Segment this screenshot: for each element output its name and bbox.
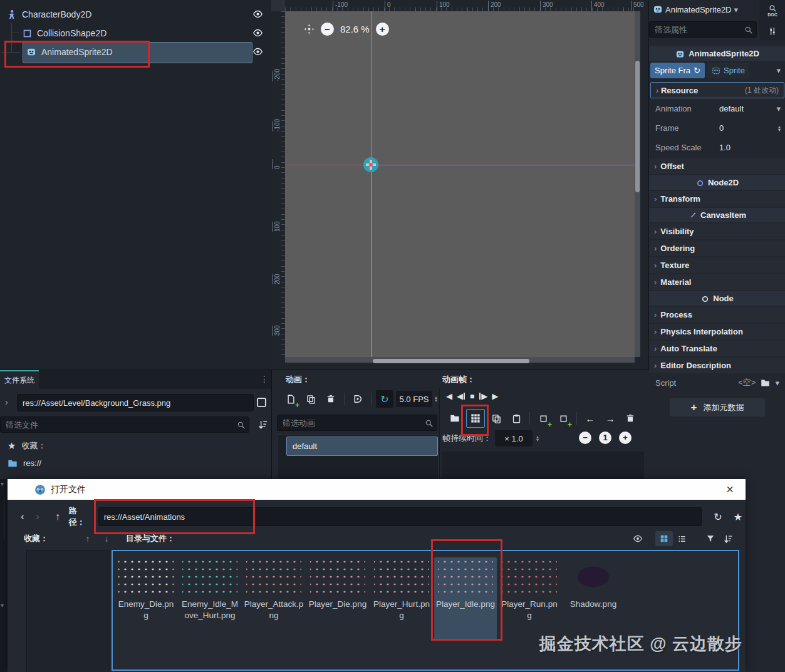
section-texture[interactable]: ›Texture xyxy=(649,257,785,273)
section-process[interactable]: ›Process xyxy=(649,307,785,323)
section-auto-translate[interactable]: ›Auto Translate xyxy=(649,341,785,356)
file-item-selected[interactable]: Player_Idle.png xyxy=(434,557,497,640)
play-from-start-button[interactable]: ▶ xyxy=(479,391,487,401)
folder-icon[interactable] xyxy=(761,378,770,388)
insert-frame-before-icon[interactable]: + xyxy=(534,410,552,427)
duration-spinner-icon[interactable]: ▴▾ xyxy=(536,435,539,442)
dock-options-icon[interactable]: ⋮ xyxy=(260,374,269,384)
file-item[interactable]: Player_Run.png xyxy=(498,557,561,621)
grid-view-icon[interactable] xyxy=(655,531,673,546)
zoom-out-button[interactable]: − xyxy=(321,23,334,36)
sprite-frames-resource-button[interactable]: Sprite Fra ↻ xyxy=(650,63,705,78)
play-button[interactable]: ▶ xyxy=(492,391,498,401)
viewport-horizontal-scrollbar[interactable] xyxy=(285,357,635,363)
tree-row-collisionshape2d[interactable]: CollisionShape2D xyxy=(0,24,271,43)
section-transform[interactable]: ›Transform xyxy=(649,191,785,207)
move-frame-right-icon[interactable]: → xyxy=(601,410,619,427)
file-item[interactable]: Shadow.png xyxy=(562,557,625,610)
add-animation-icon[interactable]: + xyxy=(282,390,299,408)
chevron-down-icon[interactable]: ▾ xyxy=(776,104,781,113)
visibility-eye-icon[interactable] xyxy=(252,28,263,38)
nav-back-icon[interactable]: ‹ xyxy=(15,511,30,522)
paste-frame-icon[interactable] xyxy=(507,410,525,427)
refresh-icon[interactable]: ↻ xyxy=(710,511,725,523)
file-item[interactable]: Player_Attack.png xyxy=(242,557,305,621)
fps-spinner-icon[interactable]: ▴▾ xyxy=(435,396,437,402)
frames-grid-area[interactable] xyxy=(442,452,644,482)
node-selector[interactable]: AnimatedSprite2D ▾ xyxy=(649,0,759,19)
animation-value[interactable]: default xyxy=(719,104,744,113)
stop-button[interactable]: ■ xyxy=(470,392,474,401)
fps-field[interactable]: 5.0 FPS xyxy=(396,391,432,407)
section-ordering[interactable]: ›Ordering xyxy=(649,240,785,256)
sort-files-icon[interactable] xyxy=(258,419,268,430)
frame-duration-field[interactable]: × 1.0 xyxy=(495,430,533,447)
section-offset[interactable]: ›Offset xyxy=(649,158,785,174)
section-editor-description[interactable]: ›Editor Description xyxy=(649,358,785,373)
sprite-resource-button[interactable]: Sprite xyxy=(707,63,749,78)
frames-zoom-reset-button[interactable]: 1 xyxy=(599,432,611,444)
section-physics-interpolation[interactable]: ›Physics Interpolation xyxy=(649,324,785,339)
tree-row-animatedsprite2d[interactable]: AnimatedSprite2D xyxy=(0,43,271,61)
close-icon[interactable]: × xyxy=(723,482,737,497)
resource-section-header[interactable]: › Resource (1 处改动) xyxy=(650,82,784,98)
loop-animation-icon[interactable]: ↻ xyxy=(376,390,393,408)
add-frames-from-sheet-icon[interactable] xyxy=(466,409,485,428)
chevron-down-icon[interactable]: ▾ xyxy=(775,378,779,388)
split-view-icon[interactable] xyxy=(256,397,267,408)
file-item[interactable]: Enemy_Die.png xyxy=(115,557,177,621)
filter-properties-input[interactable] xyxy=(649,21,757,38)
speed-scale-value[interactable]: 1.0 xyxy=(719,143,730,152)
dialog-title-bar[interactable]: 打开文件 × xyxy=(8,479,746,500)
spinner-icon[interactable]: ▴▾ xyxy=(778,125,781,132)
tab-filesystem[interactable]: 文件系统 xyxy=(0,370,39,389)
visibility-eye-icon[interactable] xyxy=(252,46,263,57)
autoplay-on-start-icon[interactable] xyxy=(349,390,367,408)
frames-zoom-out-button[interactable]: − xyxy=(579,432,591,444)
extra-options-icon[interactable] xyxy=(768,26,777,36)
current-path-input[interactable] xyxy=(17,394,254,411)
delete-animation-icon[interactable] xyxy=(322,390,340,408)
tree-row-characterbody2d[interactable]: CharacterBody2D xyxy=(0,5,271,24)
dialog-favorites-panel[interactable] xyxy=(26,550,110,672)
center-view-icon[interactable] xyxy=(304,24,315,34)
chevron-down-icon[interactable]: ▾ xyxy=(776,66,781,75)
list-view-icon[interactable] xyxy=(673,531,690,546)
script-value[interactable]: <空> xyxy=(738,377,756,388)
node-position-gizmo[interactable] xyxy=(363,157,378,172)
visibility-eye-icon[interactable] xyxy=(252,9,263,19)
viewport-vertical-scrollbar[interactable] xyxy=(635,11,640,357)
nav-forward-icon[interactable]: › xyxy=(30,511,45,522)
file-item[interactable]: Player_Die.png xyxy=(306,557,369,610)
play-backwards-button[interactable]: ◀ xyxy=(446,391,452,401)
frames-zoom-in-button[interactable]: + xyxy=(619,432,632,444)
insert-frame-after-icon[interactable]: + xyxy=(554,410,572,427)
section-visibility[interactable]: ›Visibility xyxy=(649,224,785,239)
delete-frame-icon[interactable] xyxy=(621,410,639,427)
nav-up-icon[interactable]: ↑ xyxy=(50,511,65,522)
file-item[interactable]: Enemy_Idle_Move_Hurt.png xyxy=(179,557,241,621)
sort-icon[interactable] xyxy=(719,531,737,546)
favorite-up-icon[interactable]: ↑ xyxy=(78,534,97,544)
root-folder-row[interactable]: res:// xyxy=(8,458,41,468)
section-material[interactable]: ›Material xyxy=(649,274,785,290)
expand-chevron-icon[interactable]: › xyxy=(5,396,8,407)
favorite-down-icon[interactable]: ↓ xyxy=(97,534,116,544)
zoom-percentage[interactable]: 82.6 % xyxy=(340,24,370,34)
favorite-star-icon[interactable]: ★ xyxy=(730,511,746,523)
add-metadata-button[interactable]: + 添加元数据 xyxy=(670,398,765,416)
dialog-path-input[interactable] xyxy=(98,507,702,526)
frame-value[interactable]: 0 xyxy=(719,123,724,133)
filter-files-input[interactable] xyxy=(0,416,249,433)
toggle-hidden-files-icon[interactable] xyxy=(629,531,647,546)
open-docs-icon[interactable]: DOC xyxy=(767,4,777,17)
move-frame-left-icon[interactable]: ← xyxy=(581,410,599,427)
filter-animations-input[interactable] xyxy=(277,415,437,431)
copy-frame-icon[interactable] xyxy=(487,410,505,427)
filter-funnel-icon[interactable] xyxy=(702,531,719,546)
canvas-2d[interactable]: − 82.6 % + xyxy=(285,11,635,357)
play-backwards-from-end-button[interactable]: ◀ xyxy=(457,391,465,401)
file-item[interactable]: Player_Hurt.png xyxy=(370,557,433,621)
zoom-in-button[interactable]: + xyxy=(376,23,389,36)
duplicate-animation-icon[interactable] xyxy=(302,390,320,408)
